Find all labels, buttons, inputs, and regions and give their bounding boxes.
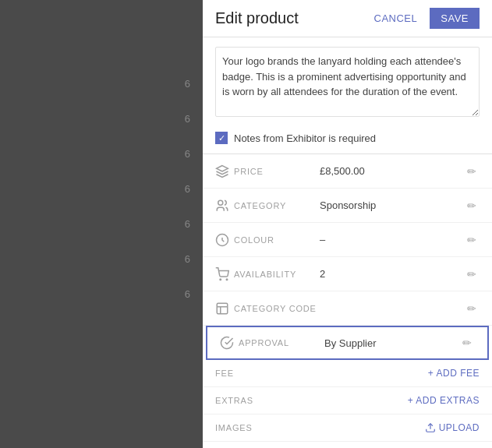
scroll-content: Your logo brands the lanyard holding eac… bbox=[203, 37, 492, 448]
category-code-row: CATEGORY CODE ✏ bbox=[203, 291, 492, 326]
price-icon bbox=[215, 164, 234, 178]
left-num-7: 6 bbox=[185, 288, 190, 300]
description-textarea[interactable]: Your logo brands the lanyard holding eac… bbox=[215, 47, 480, 117]
notes-checkbox-row: ✓ Notes from Exhibitor is required bbox=[203, 125, 492, 153]
svg-point-2 bbox=[220, 279, 221, 280]
panel-title: Edit product bbox=[215, 9, 299, 27]
category-row: CATEGORY Sponsorship ✏ bbox=[203, 189, 492, 223]
add-fee-button[interactable]: + ADD FEE bbox=[428, 368, 480, 379]
left-num-3: 6 bbox=[185, 148, 190, 160]
colour-row: COLOUR – ✏ bbox=[203, 223, 492, 257]
notes-checkbox-label: Notes from Exhibitor is required bbox=[234, 132, 376, 144]
colour-edit-icon[interactable]: ✏ bbox=[464, 231, 480, 249]
category-label: CATEGORY bbox=[234, 201, 320, 210]
edit-product-panel: Edit product CANCEL SAVE Your logo brand… bbox=[203, 0, 492, 448]
left-num-2: 6 bbox=[185, 113, 190, 125]
availability-label: AVAILABILITY bbox=[234, 270, 320, 279]
category-value: Sponsorship bbox=[320, 199, 464, 211]
upload-icon bbox=[425, 422, 436, 433]
availability-edit-icon[interactable]: ✏ bbox=[464, 265, 480, 284]
checkmark-icon: ✓ bbox=[218, 134, 225, 143]
left-num-5: 6 bbox=[185, 218, 190, 230]
cart-icon bbox=[215, 267, 234, 281]
approval-value: By Supplier bbox=[324, 337, 459, 349]
approval-row: APPROVAL By Supplier ✏ bbox=[206, 326, 489, 360]
upload-images-label: UPLOAD bbox=[439, 422, 480, 433]
approval-edit-icon[interactable]: ✏ bbox=[459, 333, 475, 352]
approval-icon bbox=[220, 336, 239, 350]
cancel-button[interactable]: CANCEL bbox=[368, 9, 424, 27]
code-icon bbox=[215, 302, 234, 316]
add-extras-button[interactable]: + ADD EXTRAS bbox=[408, 395, 480, 406]
svg-rect-4 bbox=[217, 303, 228, 314]
availability-row: AVAILABILITY 2 ✏ bbox=[203, 257, 492, 291]
left-num-4: 6 bbox=[185, 183, 190, 195]
description-area: Your logo brands the lanyard holding eac… bbox=[215, 47, 480, 119]
fee-label: FEE bbox=[215, 369, 234, 378]
colour-label: COLOUR bbox=[234, 235, 320, 245]
category-edit-icon[interactable]: ✏ bbox=[464, 196, 480, 215]
extras-section: EXTRAS + ADD EXTRAS bbox=[203, 387, 492, 414]
extras-label: EXTRAS bbox=[215, 396, 253, 405]
category-icon bbox=[215, 199, 234, 213]
price-label: PRICE bbox=[234, 167, 320, 176]
availability-value: 2 bbox=[320, 268, 464, 280]
notes-checkbox[interactable]: ✓ bbox=[215, 132, 228, 144]
category-code-edit-icon[interactable]: ✏ bbox=[464, 299, 480, 318]
left-num-6: 6 bbox=[185, 253, 190, 265]
header-actions: CANCEL SAVE bbox=[368, 8, 480, 29]
left-num-1: 6 bbox=[185, 78, 190, 90]
colour-value: – bbox=[320, 234, 464, 245]
price-edit-icon[interactable]: ✏ bbox=[464, 162, 480, 181]
category-code-label: CATEGORY CODE bbox=[234, 304, 320, 313]
approval-label: APPROVAL bbox=[239, 338, 324, 347]
images-label: IMAGES bbox=[215, 423, 253, 432]
svg-point-3 bbox=[226, 279, 228, 280]
left-panel: Shows 6 6 6 6 6 6 6 bbox=[0, 0, 203, 448]
upload-images-button[interactable]: UPLOAD bbox=[425, 422, 480, 433]
save-button[interactable]: SAVE bbox=[430, 8, 480, 29]
images-section: IMAGES UPLOAD bbox=[203, 414, 492, 442]
fee-section: FEE + ADD FEE bbox=[203, 360, 492, 387]
colour-icon bbox=[215, 233, 234, 247]
left-numbers: 6 6 6 6 6 6 6 bbox=[185, 78, 203, 300]
price-value: £8,500.00 bbox=[320, 165, 464, 177]
panel-header: Edit product CANCEL SAVE bbox=[203, 0, 492, 37]
svg-point-0 bbox=[218, 200, 223, 205]
price-row: PRICE £8,500.00 ✏ bbox=[203, 154, 492, 189]
image-row: JPG 26.69 KB c656927a-3eb7-4769-8o8... ⋮ bbox=[203, 442, 492, 448]
